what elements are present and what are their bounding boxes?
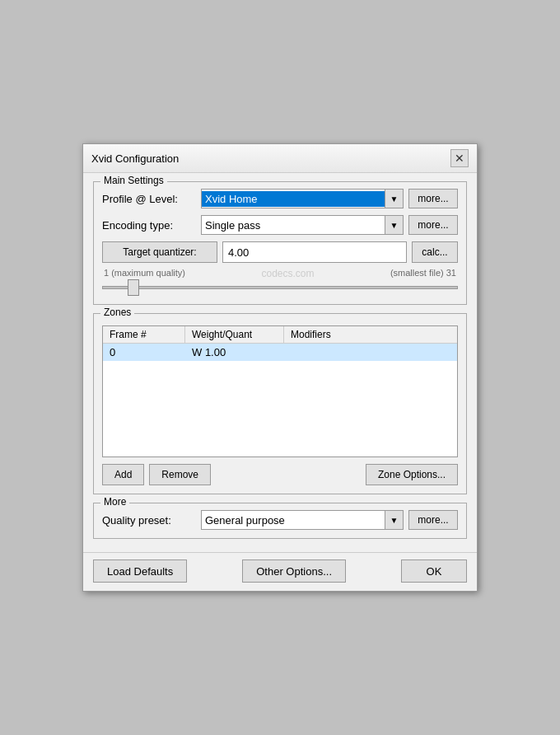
zone-frame-cell: 0	[103, 344, 185, 361]
zone-weight-cell: W 1.00	[185, 344, 284, 361]
profile-select[interactable]: Xvid Home ▼	[201, 189, 404, 208]
encoding-row: Encoding type: Single pass ▼ more...	[102, 215, 458, 235]
profile-row: Profile @ Level: Xvid Home ▼ more...	[102, 189, 458, 208]
zone-options-button[interactable]: Zone Options...	[366, 464, 458, 485]
table-row[interactable]: 0 W 1.00	[103, 344, 457, 361]
more-title: More	[100, 496, 129, 508]
target-quantizer-button[interactable]: Target quantizer:	[102, 241, 217, 263]
profile-dropdown-arrow[interactable]: ▼	[385, 190, 403, 208]
quality-preset-dropdown-arrow[interactable]: ▼	[385, 511, 403, 529]
target-quantizer-input[interactable]	[222, 241, 407, 263]
dialog-body: Main Settings Profile @ Level: Xvid Home…	[83, 173, 477, 552]
encoding-more-button[interactable]: more...	[408, 215, 458, 235]
quality-slider-wrapper	[102, 281, 458, 293]
zones-col-modifiers: Modifiers	[284, 326, 457, 343]
profile-value: Xvid Home	[202, 191, 385, 207]
zones-col-frame: Frame #	[103, 326, 185, 343]
ok-button[interactable]: OK	[401, 559, 467, 583]
close-button[interactable]: ✕	[450, 149, 469, 167]
quality-slider-thumb[interactable]	[128, 279, 139, 296]
dialog-title: Xvid Configuration	[91, 152, 179, 165]
calc-button[interactable]: calc...	[412, 241, 458, 263]
main-settings-title: Main Settings	[100, 175, 167, 186]
quality-preset-label: Quality preset:	[102, 514, 201, 527]
zones-table: Frame # Weight/Quant Modifiers 0 W 1.00	[102, 325, 458, 457]
encoding-select[interactable]: Single pass ▼	[201, 215, 404, 235]
title-bar: Xvid Configuration ✕	[83, 144, 477, 173]
profile-more-button[interactable]: more...	[408, 189, 458, 208]
remove-zone-button[interactable]: Remove	[149, 464, 211, 485]
main-dialog: Xvid Configuration ✕ Main Settings Profi…	[82, 143, 478, 592]
profile-label: Profile @ Level:	[102, 193, 201, 205]
more-group: More Quality preset: General purpose ▼ m…	[93, 503, 467, 539]
zones-col-weight: Weight/Quant	[185, 326, 284, 343]
quality-preset-row: Quality preset: General purpose ▼ more..…	[102, 510, 458, 530]
encoding-label: Encoding type:	[102, 219, 201, 232]
quality-preset-more-button[interactable]: more...	[408, 510, 458, 530]
watermark: codecs.com	[261, 268, 314, 279]
quality-slider-container: 1 (maximum quality) codecs.com (smallest…	[102, 268, 458, 293]
encoding-value: Single pass	[202, 218, 385, 233]
quality-min-label: 1 (maximum quality)	[104, 268, 185, 279]
quality-preset-select[interactable]: General purpose ▼	[201, 510, 404, 530]
quality-max-label: (smallest file) 31	[390, 268, 456, 279]
main-settings-group: Main Settings Profile @ Level: Xvid Home…	[93, 181, 467, 305]
load-defaults-button[interactable]: Load Defaults	[93, 559, 187, 583]
bottom-buttons-bar: Load Defaults Other Options... OK	[83, 552, 477, 591]
other-options-button[interactable]: Other Options...	[242, 559, 346, 583]
zones-buttons: Add Remove Zone Options...	[102, 464, 458, 485]
zones-group: Zones Frame # Weight/Quant Modifiers 0 W…	[93, 313, 467, 494]
quality-preset-value: General purpose	[202, 513, 385, 528]
zones-title: Zones	[100, 307, 134, 318]
target-row: Target quantizer: calc...	[102, 241, 458, 263]
zones-table-header: Frame # Weight/Quant Modifiers	[103, 326, 457, 344]
zone-modifiers-cell	[284, 344, 457, 361]
quality-labels: 1 (maximum quality) codecs.com (smallest…	[102, 268, 458, 279]
encoding-dropdown-arrow[interactable]: ▼	[385, 216, 403, 234]
add-zone-button[interactable]: Add	[102, 464, 144, 485]
quality-slider-track	[102, 286, 458, 289]
